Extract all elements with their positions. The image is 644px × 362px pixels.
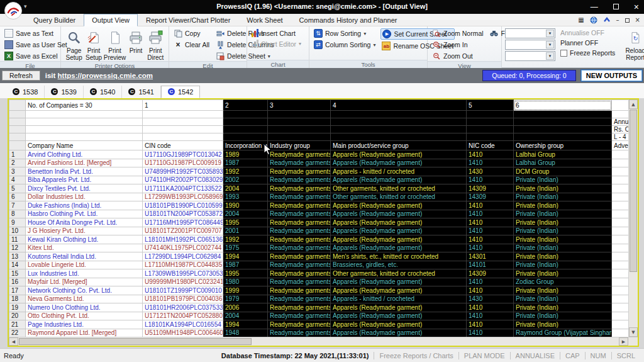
industry-group-cell[interactable]: Readymade garments	[268, 244, 331, 252]
incorporation-year-cell[interactable]: 1948	[223, 329, 268, 337]
ownership-group-cell[interactable]: Lalbhai Group	[514, 159, 612, 167]
incorporation-year-cell[interactable]: 2006	[223, 303, 268, 312]
side-data-cell[interactable]	[612, 261, 629, 269]
table-row[interactable]: 8Hasbro Clothing Pvt. Ltd.U18101TN2004PT…	[9, 210, 629, 218]
ownership-group-cell[interactable]: Private (Indian)	[514, 227, 612, 235]
table-row[interactable]: 22Raymond Apparel Ltd. [Merged]U51109MH1…	[9, 329, 629, 337]
sheet-tab-1542[interactable]: C1542	[161, 86, 200, 98]
incorporation-year-cell[interactable]: 1990	[223, 201, 268, 210]
company-name-cell[interactable]: Dixcy Textiles Pvt. Ltd.	[26, 184, 143, 193]
nic-code-cell[interactable]: 1410	[467, 329, 514, 337]
print-direct-button[interactable]: Print Direct	[146, 28, 165, 61]
side-data-cell[interactable]	[612, 227, 629, 235]
ownership-group-cell[interactable]: Private (Indian)	[514, 176, 612, 184]
company-name-cell[interactable]: Arvind Clothing Ltd.	[26, 150, 143, 159]
company-name-cell[interactable]: Biba Apparels Pvt. Ltd.	[26, 176, 143, 184]
side-data-cell[interactable]	[612, 295, 629, 303]
nic-code-cell[interactable]: 1410	[467, 176, 514, 184]
industry-group-cell[interactable]: Readymade garments	[268, 252, 331, 261]
column-number-5[interactable]: 5	[467, 100, 514, 111]
spacer-cell[interactable]	[143, 133, 223, 141]
nav-tab-commands-history-and-planner[interactable]: Commands History and Planner	[291, 14, 406, 26]
spacer-cell[interactable]	[143, 126, 223, 133]
cin-cell[interactable]: U74110HR2002PTC083029	[143, 176, 223, 184]
product-group-cell[interactable]: Apparels (Readymade garment)	[331, 278, 467, 286]
maximize-button[interactable]	[613, 3, 619, 11]
product-group-cell[interactable]: Other garments, knitted or crocheted	[331, 184, 467, 193]
print-preview-button[interactable]: Print Preview	[104, 28, 126, 61]
cin-cell[interactable]: U17110GJ1989PTC013042	[143, 150, 223, 159]
spacer-cell[interactable]	[143, 111, 223, 118]
spacer-cell-selected[interactable]	[514, 111, 612, 118]
industry-group-cell[interactable]: Readymade garments	[268, 210, 331, 218]
row-number[interactable]: 21	[9, 320, 26, 329]
side-data-cell[interactable]	[612, 235, 629, 244]
ownership-group-cell[interactable]: Private (Indian)	[514, 235, 612, 244]
company-name-cell[interactable]: Network Clothing Co. Pvt. Ltd.	[26, 286, 143, 295]
spacer-cell-selected[interactable]	[467, 118, 514, 126]
product-group-cell[interactable]: Apparels (Readymade garment)	[331, 176, 467, 184]
side-data-cell[interactable]	[612, 201, 629, 210]
industry-group-cell[interactable]: Readymade garments	[268, 159, 331, 167]
cin-cell[interactable]: U74140KL1975PLC002744	[143, 244, 223, 252]
industry-group-cell[interactable]: Readymade garments	[268, 227, 331, 235]
company-name-cell[interactable]: Benetton India Pvt. Ltd.	[26, 167, 143, 176]
companies-count-header[interactable]: No. of Companies = 30	[26, 100, 143, 111]
industry-group-cell[interactable]: Readymade garments	[268, 320, 331, 329]
product-group-cell[interactable]: Men's shirts, etc., knitted or crocheted	[331, 252, 467, 261]
table-row[interactable]: 1Arvind Clothing Ltd.U17110GJ1989PTC0130…	[9, 150, 629, 159]
header-cin-code[interactable]: CIN code	[143, 141, 223, 150]
table-row[interactable]: 14Lovable Lingerie Ltd.L17110MH1987PLC04…	[9, 261, 629, 269]
spacer-cell[interactable]	[26, 118, 143, 126]
row-number[interactable]: 15	[9, 269, 26, 278]
table-row[interactable]: 21Page Industries Ltd.L18101KA1994PLC016…	[9, 320, 629, 329]
ownership-group-cell[interactable]: Zodiac Group	[514, 278, 612, 286]
column-number-4[interactable]: 4	[331, 100, 467, 111]
side-data-cell[interactable]	[612, 184, 629, 193]
ownership-group-cell[interactable]: Raymond Group (Vijaypat Singhania)	[514, 329, 612, 337]
row-number[interactable]: 17	[9, 286, 26, 295]
company-name-cell[interactable]: Lux Industries Ltd.	[26, 269, 143, 278]
company-name-cell[interactable]: Numero Uno Clothing Ltd.	[26, 303, 143, 312]
spacer-cell-selected[interactable]	[331, 118, 467, 126]
scroll-right-icon[interactable]: ▶	[619, 337, 628, 346]
table-row[interactable]: 9House Of Anita Dongre Pvt. Ltd.U17116MH…	[9, 218, 629, 227]
cin-cell[interactable]: L17110MH1987PLC044835	[143, 261, 223, 269]
nic-code-cell[interactable]: 1410	[467, 201, 514, 210]
side-label-cell[interactable]	[612, 111, 629, 118]
nic-code-cell[interactable]: 1410	[467, 320, 514, 329]
row-number[interactable]: 6	[9, 193, 26, 201]
cin-cell[interactable]: U18101PB1979PLC004036	[143, 295, 223, 303]
spacer-cell-selected[interactable]	[514, 118, 612, 126]
company-name-cell[interactable]: Hasbro Clothing Pvt. Ltd.	[26, 210, 143, 218]
side-data-cell[interactable]	[612, 286, 629, 295]
table-row[interactable]: 3Benetton India Pvt. Ltd.U74899HR1992FTC…	[9, 167, 629, 176]
spacer-cell[interactable]	[26, 111, 143, 118]
incorporation-year-cell[interactable]: 1995	[223, 218, 268, 227]
column-sorting-button[interactable]: ⇄ Column Sorting ▾	[313, 40, 377, 50]
spacer-cell-selected[interactable]	[223, 126, 268, 133]
incorporation-year-cell[interactable]: 2004	[223, 184, 268, 193]
header-company-name[interactable]: Company Name	[26, 141, 143, 150]
incorporation-year-cell[interactable]: 1975	[223, 244, 268, 252]
side-label-cell[interactable]: Rs. C	[612, 126, 629, 133]
side-data-cell[interactable]	[612, 193, 629, 201]
refresh-button[interactable]: Refresh	[2, 71, 40, 81]
spacer-cell-selected[interactable]	[268, 133, 331, 141]
clear-all-button[interactable]: × Clear All	[172, 40, 211, 50]
table-row[interactable]: 10J G Hosiery Pvt. Ltd.U18101TZ2001PTC00…	[9, 227, 629, 235]
row-number[interactable]: 7	[9, 201, 26, 210]
company-name-cell[interactable]: Mayfair Ltd. [Merged]	[26, 278, 143, 286]
side-data-cell[interactable]	[612, 329, 629, 337]
product-group-cell[interactable]: Apparels (Readymade garment)	[331, 159, 467, 167]
row-number[interactable]: 8	[9, 210, 26, 218]
company-name-cell[interactable]: Kewal Kiran Clothing Ltd.	[26, 235, 143, 244]
product-group-cell[interactable]: Apparels - knitted / crocheted	[331, 167, 467, 176]
minimize-button[interactable]: —	[591, 3, 598, 11]
side-label-cell[interactable]: Annu	[612, 118, 629, 126]
page-setup-button[interactable]: Page Setup	[64, 28, 84, 61]
incorporation-year-cell[interactable]: 1979	[223, 295, 268, 303]
side-data-cell[interactable]	[612, 167, 629, 176]
print-setup-button[interactable]: Print Setup	[84, 28, 103, 61]
cin-cell[interactable]: L18101MH1992PLC065136	[143, 235, 223, 244]
